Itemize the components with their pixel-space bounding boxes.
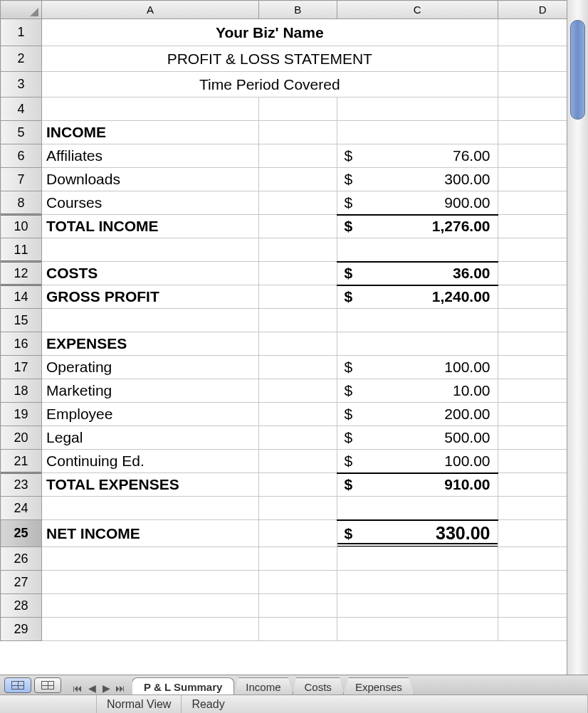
row[interactable]: 21 Continuing Ed. $ 100.00 — [1, 450, 588, 473]
row-header[interactable]: 7 — [1, 168, 42, 191]
row[interactable]: 2 PROFIT & LOSS STATEMENT — [1, 46, 588, 72]
cell[interactable] — [337, 97, 498, 121]
row[interactable]: 5 INCOME — [1, 121, 588, 144]
row-header[interactable]: 23 — [1, 473, 42, 497]
row[interactable]: 4 — [1, 97, 588, 121]
cell-subtitle[interactable]: PROFIT & LOSS STATEMENT — [42, 46, 498, 72]
cell[interactable] — [337, 121, 498, 144]
row[interactable]: 7 Downloads $ 300.00 — [1, 168, 588, 191]
row[interactable]: 14 GROSS PROFIT $ 1,240.00 — [1, 285, 588, 309]
row[interactable]: 18 Marketing $ 10.00 — [1, 379, 588, 403]
row-header[interactable]: 25 — [1, 520, 42, 547]
prev-tab-button[interactable]: ◀ — [85, 682, 98, 694]
row-header[interactable]: 28 — [1, 594, 42, 618]
cell-label[interactable]: Employee — [42, 403, 259, 426]
column-header-row[interactable]: A B C D — [1, 1, 588, 19]
row-header[interactable]: 16 — [1, 332, 42, 356]
row[interactable]: 16 EXPENSES — [1, 332, 588, 356]
page-layout-view-button[interactable] — [34, 677, 61, 693]
cell[interactable] — [337, 547, 498, 571]
row-header[interactable]: 11 — [1, 238, 42, 262]
row[interactable]: 24 — [1, 497, 588, 520]
row-header[interactable]: 24 — [1, 497, 42, 520]
cell[interactable] — [258, 285, 337, 309]
cell-net-income-value[interactable]: $ 330.00 — [337, 520, 498, 547]
column-header[interactable]: B — [258, 1, 337, 19]
cell[interactable] — [42, 618, 259, 641]
cell[interactable] — [258, 262, 337, 285]
row[interactable]: 19 Employee $ 200.00 — [1, 403, 588, 426]
cell-label[interactable]: Legal — [42, 426, 259, 450]
row-header[interactable]: 12 — [1, 262, 42, 285]
cell[interactable] — [258, 571, 337, 594]
row-header[interactable]: 15 — [1, 309, 42, 332]
cell[interactable] — [258, 547, 337, 571]
cell[interactable] — [258, 450, 337, 473]
cell-expenses-header[interactable]: EXPENSES — [42, 332, 259, 356]
row-header[interactable]: 18 — [1, 379, 42, 403]
cell-net-income-label[interactable]: NET INCOME — [42, 520, 259, 547]
cell-total-income-label[interactable]: TOTAL INCOME — [42, 215, 259, 238]
row[interactable]: 12 COSTS $ 36.00 — [1, 262, 588, 285]
worksheet-area[interactable]: A B C D 1 Your Biz' Name 2 PROFIT & LOSS… — [0, 0, 588, 675]
cell-label[interactable]: Courses — [42, 191, 259, 215]
cell-title[interactable]: Your Biz' Name — [42, 19, 498, 46]
cell[interactable] — [258, 144, 337, 168]
cell[interactable] — [258, 356, 337, 379]
cell[interactable] — [258, 168, 337, 191]
column-header[interactable]: A — [42, 1, 259, 19]
scrollbar-thumb[interactable] — [570, 20, 585, 120]
cell[interactable] — [337, 571, 498, 594]
row[interactable]: 23 TOTAL EXPENSES $ 910.00 — [1, 473, 588, 497]
row-header[interactable]: 29 — [1, 618, 42, 641]
cell[interactable] — [258, 97, 337, 121]
select-all-corner[interactable] — [1, 1, 42, 19]
cell[interactable] — [42, 594, 259, 618]
cell[interactable] — [258, 332, 337, 356]
cell-value[interactable]: $ 900.00 — [337, 191, 498, 215]
cell-gross-profit-label[interactable]: GROSS PROFIT — [42, 285, 259, 309]
row-header[interactable]: 6 — [1, 144, 42, 168]
cell[interactable] — [258, 191, 337, 215]
cell[interactable] — [258, 520, 337, 547]
cell-total-income-value[interactable]: $ 1,276.00 — [337, 215, 498, 238]
cell-label[interactable]: Affiliates — [42, 144, 259, 168]
row-header[interactable]: 26 — [1, 547, 42, 571]
row[interactable]: 26 — [1, 547, 588, 571]
sheet-tab[interactable]: Costs — [293, 677, 344, 694]
cell-value[interactable]: $ 500.00 — [337, 426, 498, 450]
sheet-tab[interactable]: Income — [233, 677, 293, 694]
sheet-tab[interactable]: P & L Summary — [132, 677, 234, 694]
row[interactable]: 15 — [1, 309, 588, 332]
cell[interactable] — [258, 403, 337, 426]
cell-value[interactable]: $ 100.00 — [337, 356, 498, 379]
cell-total-expenses-label[interactable]: TOTAL EXPENSES — [42, 473, 259, 497]
row[interactable]: 6 Affiliates $ 76.00 — [1, 144, 588, 168]
spreadsheet-grid[interactable]: A B C D 1 Your Biz' Name 2 PROFIT & LOSS… — [0, 0, 588, 641]
row[interactable]: 25 NET INCOME $ 330.00 — [1, 520, 588, 547]
cell-value[interactable]: $ 100.00 — [337, 450, 498, 473]
row[interactable]: 11 — [1, 238, 588, 262]
row-header[interactable]: 17 — [1, 356, 42, 379]
cell-costs-label[interactable]: COSTS — [42, 262, 259, 285]
row-header[interactable]: 8 — [1, 191, 42, 215]
cell[interactable] — [337, 497, 498, 520]
row-header[interactable]: 21 — [1, 450, 42, 473]
cell[interactable] — [337, 238, 498, 262]
cell-value[interactable]: $ 10.00 — [337, 379, 498, 403]
cell[interactable] — [337, 309, 498, 332]
cell[interactable] — [337, 594, 498, 618]
cell[interactable] — [258, 215, 337, 238]
row-header[interactable]: 4 — [1, 97, 42, 121]
cell[interactable] — [42, 97, 259, 121]
cell-label[interactable]: Continuing Ed. — [42, 450, 259, 473]
cell[interactable] — [258, 121, 337, 144]
cell-label[interactable]: Marketing — [42, 379, 259, 403]
cell-gross-profit-value[interactable]: $ 1,240.00 — [337, 285, 498, 309]
row-header[interactable]: 14 — [1, 285, 42, 309]
row-header[interactable]: 1 — [1, 19, 42, 46]
normal-view-button[interactable] — [4, 677, 31, 693]
last-tab-button[interactable]: ⏭ — [114, 682, 127, 694]
row[interactable]: 8 Courses $ 900.00 — [1, 191, 588, 215]
row[interactable]: 1 Your Biz' Name — [1, 19, 588, 46]
